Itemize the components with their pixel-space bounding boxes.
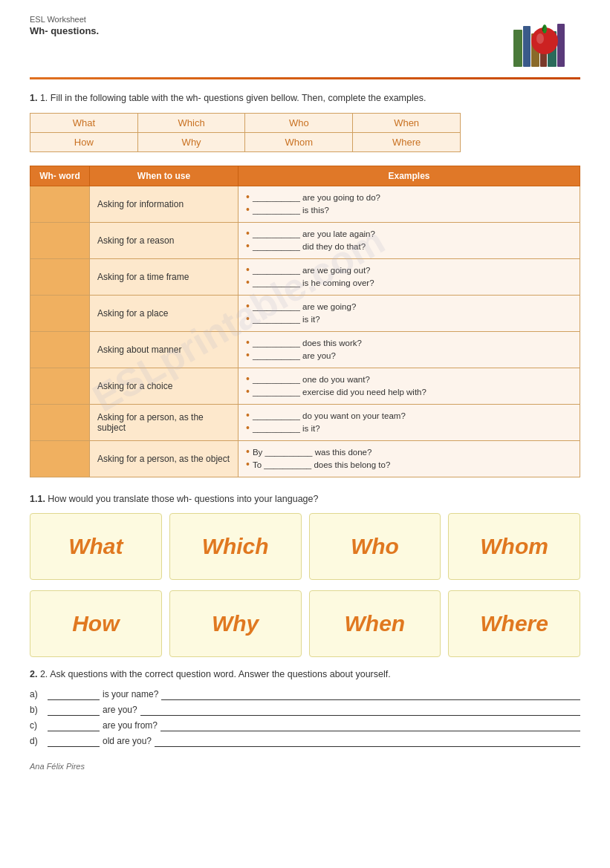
main-table-body: Asking for information__________ are you… [30, 186, 580, 477]
word-box-label: Which [202, 534, 269, 559]
fill-text: are you from? [103, 720, 158, 731]
svg-rect-5 [557, 24, 565, 67]
word-box: Who [309, 513, 441, 580]
example-cell: __________ one do you want?__________ ex… [239, 368, 580, 404]
example-item: __________ do you want on your team? [246, 410, 572, 420]
word-box: How [30, 590, 162, 657]
table-row: Asking for a reason__________ are you la… [30, 222, 580, 258]
main-table-header-row: Wh- word When to use Examples [30, 166, 580, 186]
esl-label: ESL Worksheet [30, 15, 99, 24]
example-item: __________ one do you want? [246, 373, 572, 384]
line-letter: c) [30, 720, 45, 731]
table-row: Asking for a person, as the subject_____… [30, 404, 580, 440]
page: ESLprintable.com ESL Worksheet Wh- quest… [0, 0, 610, 868]
example-item: __________ is it? [246, 313, 572, 324]
fill-blank-long [155, 736, 580, 747]
word-grid-table: What Which Who When How Why Whom Where [30, 113, 461, 152]
word-box: What [30, 513, 162, 580]
word-box: When [309, 590, 441, 657]
table-row: Asking for information__________ are you… [30, 186, 580, 222]
wh-cell [30, 404, 90, 440]
example-cell: __________ are you late again?__________… [239, 222, 580, 258]
header-text: ESL Worksheet Wh- questions. [30, 15, 99, 36]
use-cell: Asking for a choice [90, 368, 239, 404]
wh-cell [30, 258, 90, 295]
section1-instruction: 1. 1. Fill in the following table with t… [30, 91, 580, 105]
table-row: Asking for a choice__________ one do you… [30, 368, 580, 404]
use-cell: Asking about manner [90, 331, 239, 368]
svg-point-8 [536, 33, 544, 44]
section1-number: 1. [30, 93, 37, 103]
word-boxes-row2: HowWhyWhenWhere [30, 590, 580, 657]
use-cell: Asking for a person, as the object [90, 440, 239, 477]
fill-blank-short [48, 736, 100, 747]
use-cell: Asking for a time frame [90, 258, 239, 295]
word-box-label: Why [212, 611, 259, 636]
word-where: Where [353, 132, 461, 151]
word-box-label: How [72, 611, 119, 636]
fill-blank-long [140, 705, 580, 716]
section11-text: How would you translate those wh- questi… [48, 494, 318, 504]
example-cell: __________ are we going?__________ is it… [239, 295, 580, 331]
example-item: __________ exercise did you need help wi… [246, 386, 572, 397]
fill-blank-long [160, 720, 580, 731]
books-apple-icon [506, 15, 580, 74]
example-cell: __________ does this work?__________ are… [239, 331, 580, 368]
word-how: How [30, 132, 138, 151]
example-item: __________ are we going? [246, 301, 572, 311]
word-grid-row1: What Which Who When [30, 113, 461, 132]
fill-line: a) is your name? [30, 689, 580, 700]
author: Ana Félix Pires [30, 762, 85, 771]
fill-text: old are you? [103, 736, 152, 746]
header-area: ESL Worksheet Wh- questions. [30, 15, 580, 74]
wh-cell [30, 368, 90, 404]
footer: Ana Félix Pires [30, 762, 580, 771]
word-box-label: What [68, 534, 123, 559]
fill-blank-long [161, 689, 580, 700]
fill-blank-short [48, 720, 100, 731]
word-whom: Whom [245, 132, 353, 151]
section2-number: 2. [30, 669, 37, 679]
use-cell: Asking for information [90, 186, 239, 222]
fill-line: b) are you? [30, 705, 580, 716]
word-box-label: When [345, 611, 406, 636]
fill-text: are you? [103, 705, 137, 715]
word-box: Which [169, 513, 302, 580]
example-cell: __________ are you going to do?_________… [239, 186, 580, 222]
table-row: Asking for a place__________ are we goin… [30, 295, 580, 331]
word-box-label: Who [351, 534, 399, 559]
fill-line: c) are you from? [30, 720, 580, 731]
word-why: Why [137, 132, 245, 151]
use-cell: Asking for a place [90, 295, 239, 331]
col-wh-word: Wh- word [30, 166, 90, 186]
word-which: Which [137, 113, 245, 132]
line-letter: a) [30, 689, 45, 699]
table-row: Asking for a time frame__________ are we… [30, 258, 580, 295]
header-divider [30, 77, 580, 79]
example-item: __________ are you going to do? [246, 192, 572, 202]
section1-text: 1. Fill in the following table with the … [40, 93, 426, 103]
use-cell: Asking for a person, as the subject [90, 404, 239, 440]
svg-rect-0 [513, 30, 522, 67]
svg-rect-1 [523, 26, 530, 67]
example-item: __________ did they do that? [246, 241, 572, 251]
use-cell: Asking for a reason [90, 222, 239, 258]
example-cell: By __________ was this done?To _________… [239, 440, 580, 477]
example-cell: __________ do you want on your team?____… [239, 404, 580, 440]
example-item: __________ is it? [246, 422, 572, 433]
table-row: Asking for a person, as the objectBy ___… [30, 440, 580, 477]
col-when-to-use: When to use [90, 166, 239, 186]
example-cell: __________ are we going out?__________ i… [239, 258, 580, 295]
example-item: __________ is he coming over? [246, 277, 572, 287]
table-row: Asking about manner__________ does this … [30, 331, 580, 368]
word-box-label: Whom [480, 534, 548, 559]
section11-instruction: 1.1. How would you translate those wh- q… [30, 494, 580, 504]
example-item: __________ are we going out? [246, 264, 572, 275]
example-item: __________ are you late again? [246, 228, 572, 238]
wh-cell [30, 222, 90, 258]
fill-line: d) old are you? [30, 736, 580, 747]
word-grid-row2: How Why Whom Where [30, 132, 461, 151]
section2-text: 2. Ask questions with the correct questi… [40, 669, 391, 679]
fill-blank-short [48, 689, 100, 700]
wh-cell [30, 440, 90, 477]
